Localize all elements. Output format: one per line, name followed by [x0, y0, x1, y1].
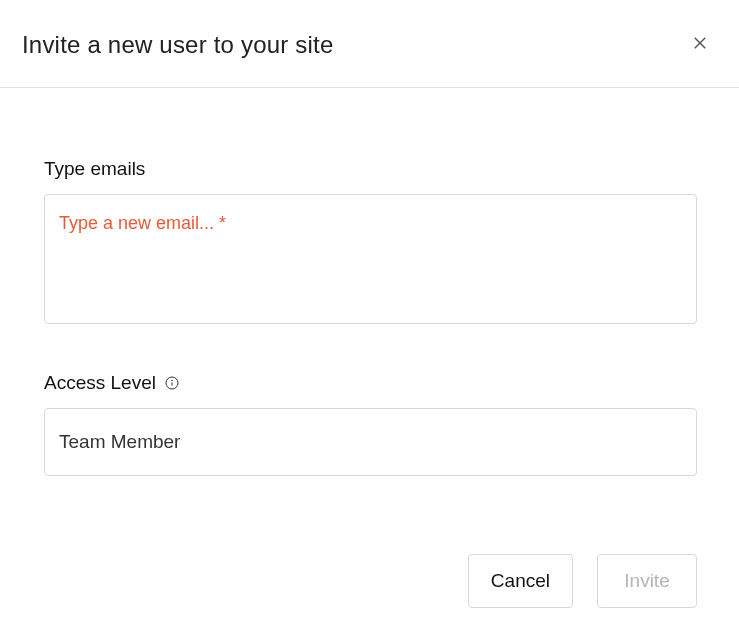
cancel-button[interactable]: Cancel [468, 554, 573, 608]
emails-input[interactable] [44, 194, 697, 324]
close-icon [691, 34, 709, 55]
emails-group: Type emails [44, 158, 697, 328]
access-level-label-text: Access Level [44, 372, 156, 394]
access-level-group: Access Level Team Member [44, 372, 697, 476]
access-level-select[interactable]: Team Member [44, 408, 697, 476]
dialog-footer: Cancel Invite [0, 554, 739, 608]
emails-label: Type emails [44, 158, 697, 180]
access-level-value: Team Member [59, 431, 180, 453]
svg-point-4 [172, 380, 173, 381]
dialog-title: Invite a new user to your site [22, 31, 333, 59]
access-level-label: Access Level [44, 372, 697, 394]
info-icon[interactable] [164, 375, 180, 391]
close-button[interactable] [687, 30, 713, 59]
dialog-body: Type emails Access Level Team Member [0, 88, 739, 476]
invite-button[interactable]: Invite [597, 554, 697, 608]
dialog-header: Invite a new user to your site [0, 0, 739, 88]
